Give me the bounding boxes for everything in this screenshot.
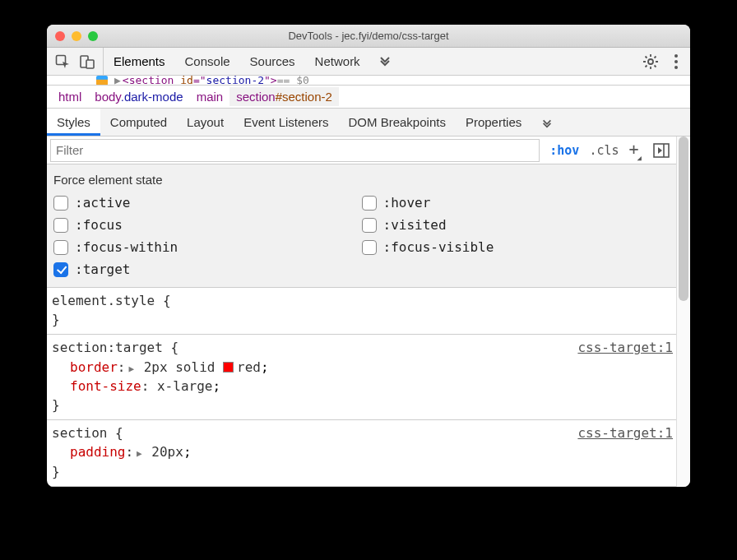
force-state-grid: :active:hover:focus:visited:focus-within…	[53, 195, 670, 277]
subtab-styles[interactable]: Styles	[47, 109, 100, 136]
elements-dom-line[interactable]: ▶ <section id="section-2"> == $0	[47, 76, 690, 86]
checkbox-label: :focus-visible	[383, 239, 494, 255]
breadcrumb-trail: htmlbody.dark-modemainsection#section-2	[47, 86, 690, 109]
checkbox-label: :focus-within	[75, 239, 178, 255]
force-state-focus-within[interactable]: :focus-within	[53, 239, 362, 255]
style-rule[interactable]: element.style {}	[47, 288, 676, 335]
panel-tab-elements[interactable]: Elements	[104, 48, 175, 75]
force-state-header: Force element state	[53, 173, 670, 187]
expand-caret-icon[interactable]: ▶	[114, 76, 121, 86]
breadcrumb-body[interactable]: body.dark-mode	[88, 87, 189, 106]
force-state-hover[interactable]: :hover	[362, 195, 670, 211]
more-subtabs-icon[interactable]	[531, 109, 563, 136]
device-toolbar-icon[interactable]	[80, 54, 95, 69]
checkbox-icon	[362, 196, 377, 211]
main-toolbar: ElementsConsoleSourcesNetwork	[47, 48, 690, 76]
css-declaration[interactable]: border:▶ 2px solid red;	[52, 358, 671, 377]
breadcrumb-main[interactable]: main	[190, 87, 230, 106]
rule-source-link[interactable]: css-target:1	[577, 423, 673, 442]
checkbox-icon	[362, 218, 377, 233]
style-rule[interactable]: css-target:1section:target {border:▶ 2px…	[47, 335, 676, 420]
styles-subtabs: StylesComputedLayoutEvent ListenersDOM B…	[47, 109, 690, 137]
expand-shorthand-icon[interactable]: ▶	[128, 363, 134, 376]
panel-tabs: ElementsConsoleSourcesNetwork	[104, 48, 370, 75]
settings-gear-icon[interactable]	[642, 53, 659, 70]
style-rule[interactable]: css-target:1section {padding:▶ 20px;}	[47, 420, 676, 487]
checkbox-icon	[53, 218, 68, 233]
subtab-event-listeners[interactable]: Event Listeners	[234, 109, 338, 136]
checkbox-label: :hover	[383, 195, 431, 211]
subtab-layout[interactable]: Layout	[177, 109, 234, 136]
force-state-target[interactable]: :target	[53, 261, 362, 277]
force-state-visited[interactable]: :visited	[362, 217, 670, 233]
rule-selector[interactable]: section	[52, 425, 107, 441]
subtab-computed[interactable]: Computed	[100, 109, 177, 136]
svg-point-6	[674, 66, 678, 69]
titlebar: DevTools - jec.fyi/demo/css-target	[47, 25, 690, 48]
checkbox-icon	[53, 262, 68, 277]
breadcrumb-html[interactable]: html	[52, 87, 88, 106]
force-state-active[interactable]: :active	[53, 195, 362, 211]
minimize-window-button[interactable]	[72, 31, 81, 41]
devtools-window: DevTools - jec.fyi/demo/css-target Eleme…	[47, 25, 690, 487]
styles-filter-input[interactable]	[50, 139, 540, 162]
expand-shorthand-icon[interactable]: ▶	[137, 447, 142, 460]
subtab-properties[interactable]: Properties	[456, 109, 531, 136]
breadcrumb-section[interactable]: section#section-2	[229, 87, 339, 106]
checkbox-label: :focus	[75, 217, 123, 233]
color-swatch[interactable]	[223, 362, 234, 373]
computed-sidebar-toggle-icon[interactable]	[653, 143, 670, 158]
inspect-element-icon[interactable]	[55, 54, 70, 69]
more-tabs-icon[interactable]	[370, 53, 400, 69]
checkbox-icon	[53, 240, 68, 255]
checkbox-icon	[362, 240, 377, 255]
svg-point-4	[674, 54, 678, 58]
element-highlight-swatch	[96, 76, 108, 86]
force-state-focus[interactable]: :focus	[53, 217, 362, 233]
checkbox-label: :active	[75, 195, 130, 211]
svg-point-5	[674, 60, 678, 63]
toggle-hov-button[interactable]: :hov	[549, 143, 579, 158]
rule-selector[interactable]: element.style	[52, 293, 155, 308]
panel-tab-sources[interactable]: Sources	[240, 48, 305, 75]
maximize-window-button[interactable]	[88, 31, 98, 41]
more-options-icon[interactable]	[674, 53, 679, 70]
svg-rect-2	[86, 60, 94, 68]
close-window-button[interactable]	[55, 31, 65, 41]
panel-tab-network[interactable]: Network	[305, 48, 370, 75]
rule-selector[interactable]: section:target	[52, 340, 163, 355]
panel-tab-console[interactable]: Console	[175, 48, 240, 75]
checkbox-label: :target	[75, 261, 130, 277]
force-element-state-panel: Force element state :active:hover:focus:…	[47, 164, 676, 288]
force-state-focus-visible[interactable]: :focus-visible	[362, 239, 670, 255]
new-style-rule-button[interactable]: +◢	[629, 139, 643, 160]
filter-row: :hov .cls +◢	[47, 137, 676, 164]
svg-point-3	[648, 59, 653, 64]
scrollbar-thumb[interactable]	[679, 137, 688, 301]
toggle-cls-button[interactable]: .cls	[589, 143, 619, 158]
window-title: DevTools - jec.fyi/demo/css-target	[47, 30, 690, 42]
css-declaration[interactable]: font-size: x-large;	[52, 377, 671, 396]
rule-source-link[interactable]: css-target:1	[577, 338, 673, 357]
css-declaration[interactable]: padding:▶ 20px;	[52, 442, 671, 461]
style-rules-list: element.style {}css-target:1section:targ…	[47, 288, 676, 487]
scrollbar[interactable]	[676, 137, 690, 487]
traffic-lights	[55, 31, 98, 41]
checkbox-label: :visited	[383, 217, 447, 233]
checkbox-icon	[53, 196, 68, 211]
subtab-dom-breakpoints[interactable]: DOM Breakpoints	[339, 109, 456, 136]
